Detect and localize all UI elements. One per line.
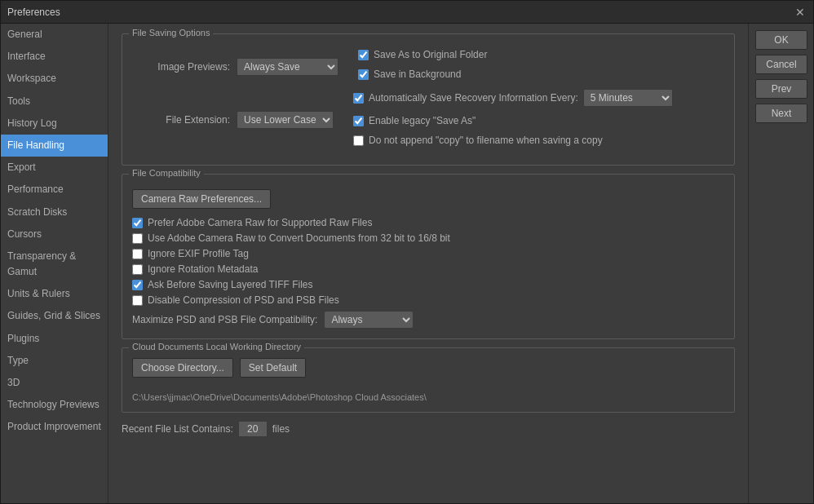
file-saving-label: File Saving Options: [129, 28, 213, 38]
maximize-row: Maximize PSD and PSB File Compatibility:…: [132, 311, 724, 329]
enable-legacy-row: Enable legacy "Save As": [353, 115, 673, 126]
use-camera-raw-convert-checkbox[interactable]: [132, 233, 143, 244]
ignore-rotation-checkbox[interactable]: [132, 264, 143, 275]
enable-legacy-checkbox[interactable]: [353, 116, 364, 126]
cloud-buttons: Choose Directory... Set Default: [132, 358, 724, 386]
save-in-background-row: Save in Background: [358, 69, 487, 80]
save-as-original-label: Save As to Original Folder: [374, 49, 487, 60]
recent-count-input[interactable]: [238, 421, 268, 437]
sidebar-item-units-rulers[interactable]: Units & Rulers: [1, 283, 108, 305]
use-camera-raw-convert-row: Use Adobe Camera Raw to Convert Document…: [132, 232, 724, 244]
image-previews-label: Image Previews:: [132, 61, 230, 73]
auto-save-checkbox[interactable]: [353, 93, 364, 104]
prefer-camera-raw-row: Prefer Adobe Camera Raw for Supported Ra…: [132, 217, 724, 228]
ignore-exif-checkbox[interactable]: [132, 249, 143, 259]
camera-raw-btn[interactable]: Camera Raw Preferences...: [132, 189, 271, 209]
auto-save-label: Automatically Save Recovery Information …: [369, 92, 578, 104]
cancel-button[interactable]: Cancel: [755, 55, 807, 74]
file-compat-label: File Compatibility: [129, 168, 204, 178]
file-extension-select[interactable]: Use Lower CaseUse Upper Case: [237, 111, 334, 129]
auto-save-interval-select[interactable]: 1 Minute5 Minutes10 Minutes15 Minutes30 …: [583, 89, 673, 107]
sidebar-item-product-improvement[interactable]: Product Improvement: [1, 416, 108, 438]
sidebar-item-general[interactable]: General: [1, 24, 108, 46]
file-extension-label: File Extension:: [132, 114, 230, 126]
buttons-panel: OK Cancel Prev Next: [748, 24, 813, 503]
save-as-original-row: Save As to Original Folder: [358, 49, 487, 60]
close-button[interactable]: ✕: [794, 6, 807, 19]
sidebar-item-guides-grid[interactable]: Guides, Grid & Slices: [1, 305, 108, 327]
image-previews-select[interactable]: Always SaveNever SaveAsk When Saving: [237, 58, 338, 76]
choose-directory-btn[interactable]: Choose Directory...: [132, 358, 233, 378]
sidebar-item-performance[interactable]: Performance: [1, 179, 108, 201]
save-in-background-label: Save in Background: [374, 69, 461, 80]
sidebar-item-file-handling[interactable]: File Handling: [1, 135, 108, 157]
disable-compression-checkbox[interactable]: [132, 295, 143, 306]
file-extension-row: File Extension: Use Lower CaseUse Upper …: [132, 89, 724, 150]
cloud-label: Cloud Documents Local Working Directory: [129, 342, 304, 351]
recent-label-after: files: [272, 423, 290, 435]
maximize-label: Maximize PSD and PSB File Compatibility:: [132, 314, 317, 325]
do-not-append-row: Do not append "copy" to filename when sa…: [353, 135, 673, 146]
prefer-camera-raw-checkbox[interactable]: [132, 218, 143, 228]
file-compat-section: File Compatibility Camera Raw Preference…: [122, 174, 735, 339]
ignore-rotation-row: Ignore Rotation Metadata: [132, 263, 724, 275]
ignore-rotation-label: Ignore Rotation Metadata: [148, 263, 258, 275]
sidebar-item-history-log[interactable]: History Log: [1, 113, 108, 135]
maximize-select[interactable]: AlwaysNeverAsk: [324, 311, 414, 329]
file-saving-content: Image Previews: Always SaveNever SaveAsk…: [132, 44, 724, 150]
sidebar-item-type[interactable]: Type: [1, 350, 108, 372]
sidebar-item-scratch-disks[interactable]: Scratch Disks: [1, 201, 108, 223]
auto-save-row: Automatically Save Recovery Information …: [353, 89, 673, 107]
sidebar-item-interface[interactable]: Interface: [1, 46, 108, 68]
cloud-path: C:\Users\jjmac\OneDrive\Documents\Adobe\…: [132, 392, 724, 402]
sidebar-item-cursors[interactable]: Cursors: [1, 223, 108, 245]
recent-label-before: Recent File List Contains:: [122, 423, 233, 435]
next-button[interactable]: Next: [755, 104, 807, 123]
sidebar-item-export[interactable]: Export: [1, 157, 108, 179]
file-saving-section: File Saving Options Image Previews: Alwa…: [122, 33, 735, 166]
ask-before-saving-label: Ask Before Saving Layered TIFF Files: [148, 279, 313, 290]
ok-button[interactable]: OK: [755, 30, 807, 50]
sidebar-item-tech-previews[interactable]: Technology Previews: [1, 394, 108, 416]
disable-compression-label: Disable Compression of PSD and PSB Files: [148, 294, 339, 306]
prev-button[interactable]: Prev: [755, 79, 807, 99]
recent-row: Recent File List Contains: files: [122, 421, 735, 437]
use-camera-raw-convert-label: Use Adobe Camera Raw to Convert Document…: [148, 232, 450, 244]
sidebar-item-tools[interactable]: Tools: [1, 91, 108, 113]
sidebar-item-workspace[interactable]: Workspace: [1, 68, 108, 90]
set-default-btn[interactable]: Set Default: [240, 358, 306, 378]
sidebar: GeneralInterfaceWorkspaceToolsHistory Lo…: [1, 24, 108, 503]
title-bar: Preferences ✕: [1, 1, 813, 24]
main-area: File Saving Options Image Previews: Alwa…: [108, 24, 748, 503]
sidebar-item-3d[interactable]: 3D: [1, 372, 108, 394]
main-content: GeneralInterfaceWorkspaceToolsHistory Lo…: [1, 24, 813, 503]
ignore-exif-row: Ignore EXIF Profile Tag: [132, 248, 724, 259]
do-not-append-checkbox[interactable]: [353, 135, 364, 146]
do-not-append-label: Do not append "copy" to filename when sa…: [369, 135, 603, 146]
sidebar-item-plugins[interactable]: Plugins: [1, 328, 108, 350]
sidebar-item-transparency-gamut[interactable]: Transparency & Gamut: [1, 245, 108, 283]
disable-compression-row: Disable Compression of PSD and PSB Files: [132, 294, 724, 306]
ask-before-saving-checkbox[interactable]: [132, 280, 143, 290]
enable-legacy-label: Enable legacy "Save As": [369, 115, 476, 126]
save-in-background-checkbox[interactable]: [358, 69, 369, 80]
prefer-camera-raw-label: Prefer Adobe Camera Raw for Supported Ra…: [148, 217, 372, 228]
preferences-window: Preferences ✕ GeneralInterfaceWorkspaceT…: [0, 0, 814, 504]
save-as-original-checkbox[interactable]: [358, 50, 369, 60]
cloud-section: Cloud Documents Local Working Directory …: [122, 347, 735, 413]
window-title: Preferences: [7, 7, 60, 18]
file-compat-content: Camera Raw Preferences... Prefer Adobe C…: [132, 184, 724, 329]
ignore-exif-label: Ignore EXIF Profile Tag: [148, 248, 249, 259]
ask-before-saving-row: Ask Before Saving Layered TIFF Files: [132, 279, 724, 290]
image-previews-row: Image Previews: Always SaveNever SaveAsk…: [132, 49, 724, 84]
